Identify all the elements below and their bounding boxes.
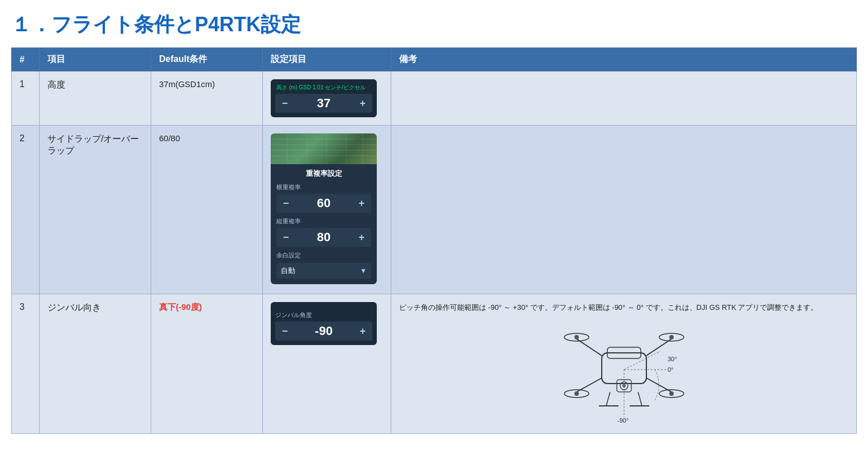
gimbal-label: ジンバル角度 xyxy=(275,311,372,319)
table-row: 2 サイドラップ/オーバーラップ 60/80 xyxy=(12,126,857,294)
row3-setting: ジンバル角度 − -90 + xyxy=(263,294,391,434)
svg-point-19 xyxy=(574,335,579,339)
gimbal-note-text: ピッチ角の操作可能範囲は -90° ～ +30° です。デフォルト範囲は -90… xyxy=(399,302,848,314)
overlap-title: 重複率設定 xyxy=(276,169,371,179)
row1-num: 1 xyxy=(12,71,40,126)
row3-item: ジンバル向き xyxy=(40,294,151,434)
header-setting: 設定項目 xyxy=(263,48,391,71)
gsd-label: 高さ (m) GSD 1.01 センチ/ピクセル xyxy=(275,84,372,92)
table-row: 3 ジンバル向き 真下(-90度) ジンバル角度 − -90 + ピッチ角の操作… xyxy=(12,294,857,434)
header-item: 項目 xyxy=(40,48,151,71)
dropdown-arrow-icon: ▼ xyxy=(360,267,367,275)
page-title: １．フライト条件とP4RTK設定 xyxy=(11,11,857,39)
svg-text:0°: 0° xyxy=(668,366,674,373)
svg-point-20 xyxy=(669,335,674,339)
over-plus-btn[interactable]: + xyxy=(355,232,368,243)
side-minus-btn[interactable]: − xyxy=(280,198,292,209)
over-minus-btn[interactable]: − xyxy=(280,232,292,243)
margin-value: 自動 xyxy=(281,266,295,276)
header-default: Default条件 xyxy=(151,48,263,71)
side-stepper: − 60 + xyxy=(276,194,371,213)
row2-setting: 重複率設定 横重複率 − 60 + 縦重複率 − 80 + xyxy=(263,126,391,294)
margin-label: 余白設定 xyxy=(276,251,371,260)
svg-point-21 xyxy=(574,391,579,396)
header-note: 備考 xyxy=(391,48,857,71)
table-row: 1 高度 37m(GSD1cm) 高さ (m) GSD 1.01 センチ/ピクセ… xyxy=(12,71,857,126)
gimbal-value: -90 xyxy=(310,324,338,338)
row2-default: 60/80 xyxy=(151,126,263,294)
svg-line-11 xyxy=(577,339,602,356)
row3-note: ピッチ角の操作可能範囲は -90° ～ +30° です。デフォルト範囲は -90… xyxy=(391,294,857,434)
table-header-row: # 項目 Default条件 設定項目 備考 xyxy=(12,48,857,71)
height-widget: 高さ (m) GSD 1.01 センチ/ピクセル − 37 + xyxy=(271,79,377,117)
gimbal-widget: ジンバル角度 − -90 + xyxy=(271,302,377,345)
margin-dropdown[interactable]: 自動 ▼ xyxy=(276,263,371,279)
over-stepper: − 80 + xyxy=(276,228,371,247)
overlap-widget: 重複率設定 横重複率 − 60 + 縦重複率 − 80 + xyxy=(271,133,377,284)
main-table: # 項目 Default条件 設定項目 備考 1 高度 37m(GSD1cm) … xyxy=(11,47,857,434)
row1-setting: 高さ (m) GSD 1.01 センチ/ピクセル − 37 + xyxy=(263,71,391,126)
row1-note xyxy=(391,71,857,126)
gimbal-plus-btn[interactable]: + xyxy=(356,325,369,337)
side-plus-btn[interactable]: + xyxy=(355,198,368,209)
map-background xyxy=(271,133,377,164)
gimbal-default-value: 真下(-90度) xyxy=(159,302,202,312)
row2-num: 2 xyxy=(12,126,40,294)
side-overlap-label: 横重複率 xyxy=(276,183,371,192)
row2-item: サイドラップ/オーバーラップ xyxy=(40,126,151,294)
height-stepper: − 37 + xyxy=(275,94,372,113)
header-num: # xyxy=(12,48,40,71)
over-value: 80 xyxy=(310,230,338,245)
row1-item: 高度 xyxy=(40,71,151,126)
over-overlap-label: 縦重複率 xyxy=(276,217,371,226)
overlap-controls: 重複率設定 横重複率 − 60 + 縦重複率 − 80 + xyxy=(271,163,377,284)
svg-line-26 xyxy=(606,392,610,406)
side-value: 60 xyxy=(310,196,338,210)
drone-svg: 30° 0° -90° xyxy=(546,319,702,425)
gimbal-stepper: − -90 + xyxy=(275,322,372,341)
height-plus-btn[interactable]: + xyxy=(356,98,369,109)
svg-line-32 xyxy=(624,351,660,370)
row3-num: 3 xyxy=(12,294,40,434)
row3-default: 真下(-90度) xyxy=(151,294,263,434)
gimbal-minus-btn[interactable]: − xyxy=(279,325,291,337)
map-lines-decoration xyxy=(271,133,377,164)
height-minus-btn[interactable]: − xyxy=(279,98,291,109)
svg-text:-90°: -90° xyxy=(617,417,629,424)
height-value: 37 xyxy=(310,96,338,111)
drone-diagram: 30° 0° -90° xyxy=(399,319,848,425)
svg-line-27 xyxy=(638,392,642,406)
row2-note xyxy=(391,126,857,294)
svg-line-12 xyxy=(646,339,672,356)
row1-default: 37m(GSD1cm) xyxy=(151,71,263,126)
svg-text:30°: 30° xyxy=(668,356,677,362)
svg-point-22 xyxy=(669,391,674,396)
